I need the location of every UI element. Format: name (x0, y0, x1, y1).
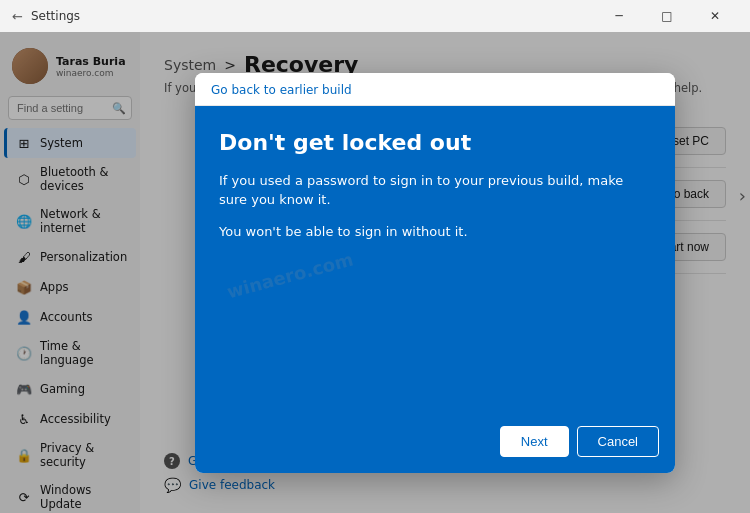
minimize-button[interactable]: ─ (596, 0, 642, 32)
dialog-top-bar[interactable]: Go back to earlier build (195, 73, 675, 106)
watermark-1: winaero.com (224, 248, 355, 302)
dialog-footer: Next Cancel (195, 366, 675, 473)
dialog: Go back to earlier build Don't get locke… (195, 73, 675, 473)
back-button[interactable]: ← (12, 9, 23, 24)
dialog-text-2: You won't be able to sign in without it. (219, 222, 651, 242)
dialog-wrapper: Go back to earlier build Don't get locke… (0, 32, 750, 513)
close-button[interactable]: ✕ (692, 0, 738, 32)
dialog-title: Don't get locked out (219, 130, 651, 155)
window-controls: ─ □ ✕ (596, 0, 738, 32)
dialog-next-button[interactable]: Next (500, 426, 569, 457)
app-title: Settings (31, 9, 80, 23)
title-bar: ← Settings ─ □ ✕ (0, 0, 750, 32)
dialog-body: Don't get locked out If you used a passw… (195, 106, 675, 366)
dialog-cancel-button[interactable]: Cancel (577, 426, 659, 457)
maximize-button[interactable]: □ (644, 0, 690, 32)
dialog-text-1: If you used a password to sign in to you… (219, 171, 651, 210)
